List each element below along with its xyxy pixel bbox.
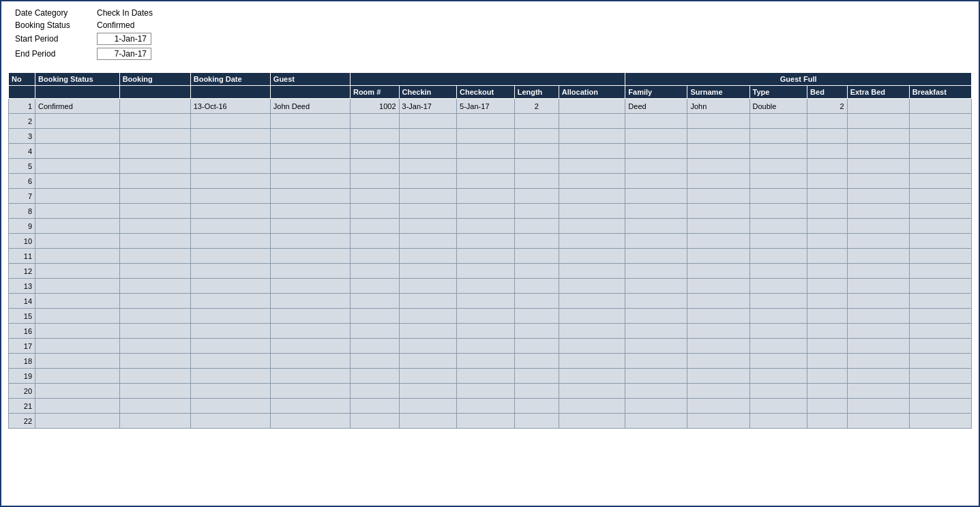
cell-surname xyxy=(687,399,749,414)
cell-type xyxy=(749,159,807,174)
cell-family xyxy=(625,114,687,129)
cell-family xyxy=(625,249,687,264)
cell-family xyxy=(625,279,687,294)
table-row: 10 xyxy=(9,234,972,249)
cell-no: 5 xyxy=(9,159,35,174)
table-row: 3 xyxy=(9,129,972,144)
cell-booking-date xyxy=(190,294,270,309)
start-period-value[interactable]: 1-Jan-17 xyxy=(97,33,151,45)
table-row: 7 xyxy=(9,189,972,204)
cell-breakfast xyxy=(909,354,971,369)
cell-checkout xyxy=(457,204,515,219)
cell-guest xyxy=(270,144,350,159)
cell-booking xyxy=(119,204,190,219)
cell-surname xyxy=(687,264,749,279)
cell-booking-status xyxy=(35,279,120,294)
cell-surname xyxy=(687,384,749,399)
cell-breakfast xyxy=(909,99,971,114)
cell-checkout xyxy=(457,264,515,279)
cell-surname xyxy=(687,324,749,339)
cell-booking-date xyxy=(190,204,270,219)
cell-bed xyxy=(807,279,848,294)
cell-booking-date xyxy=(190,354,270,369)
cell-bed xyxy=(807,189,848,204)
cell-booking-status xyxy=(35,234,120,249)
cell-extrabed xyxy=(847,399,909,414)
cell-checkin xyxy=(399,219,457,234)
cell-booking xyxy=(119,354,190,369)
cell-room xyxy=(350,264,399,279)
cell-booking xyxy=(119,174,190,189)
cell-booking xyxy=(119,189,190,204)
cell-type xyxy=(749,189,807,204)
cell-bed xyxy=(807,219,848,234)
cell-booking-status xyxy=(35,324,120,339)
cell-no: 14 xyxy=(9,294,35,309)
end-period-value[interactable]: 7-Jan-17 xyxy=(97,48,151,60)
cell-checkin xyxy=(399,144,457,159)
cell-allocation xyxy=(559,234,625,249)
cell-checkin: 3-Jan-17 xyxy=(399,99,457,114)
cell-checkin xyxy=(399,264,457,279)
table-row: 17 xyxy=(9,339,972,354)
cell-checkin xyxy=(399,369,457,384)
cell-booking-date xyxy=(190,114,270,129)
cell-room xyxy=(350,129,399,144)
cell-bed xyxy=(807,369,848,384)
cell-extrabed xyxy=(847,204,909,219)
booking-status-row: Booking Status Confirmed xyxy=(15,20,972,30)
cell-length xyxy=(514,324,559,339)
cell-guest xyxy=(270,309,350,324)
cell-checkin xyxy=(399,354,457,369)
cell-family xyxy=(625,414,687,429)
cell-bed xyxy=(807,144,848,159)
cell-room xyxy=(350,414,399,429)
cell-checkout xyxy=(457,354,515,369)
cell-booking-date xyxy=(190,399,270,414)
cell-length xyxy=(514,204,559,219)
cell-no: 21 xyxy=(9,399,35,414)
cell-checkin xyxy=(399,174,457,189)
cell-checkin xyxy=(399,234,457,249)
cell-bed xyxy=(807,159,848,174)
col-subheader-bed: Bed xyxy=(807,86,848,99)
cell-type xyxy=(749,324,807,339)
table-row: 11 xyxy=(9,249,972,264)
cell-family xyxy=(625,129,687,144)
col-subheader-type: Type xyxy=(749,86,807,99)
cell-guest xyxy=(270,399,350,414)
cell-booking-status xyxy=(35,309,120,324)
cell-type xyxy=(749,279,807,294)
cell-booking-date xyxy=(190,189,270,204)
cell-booking-date xyxy=(190,369,270,384)
cell-no: 10 xyxy=(9,234,35,249)
cell-booking-status xyxy=(35,399,120,414)
cell-allocation xyxy=(559,249,625,264)
cell-no: 19 xyxy=(9,369,35,384)
cell-extrabed xyxy=(847,279,909,294)
cell-booking xyxy=(119,219,190,234)
cell-booking-date xyxy=(190,414,270,429)
cell-surname xyxy=(687,174,749,189)
table-row: 14 xyxy=(9,294,972,309)
cell-booking-date: 13-Oct-16 xyxy=(190,99,270,114)
cell-no: 20 xyxy=(9,384,35,399)
cell-no: 8 xyxy=(9,204,35,219)
cell-length xyxy=(514,234,559,249)
cell-extrabed xyxy=(847,339,909,354)
cell-booking-status xyxy=(35,144,120,159)
cell-booking-date xyxy=(190,339,270,354)
start-period-label: Start Period xyxy=(15,34,97,44)
cell-family xyxy=(625,234,687,249)
cell-booking xyxy=(119,129,190,144)
cell-family xyxy=(625,324,687,339)
cell-booking xyxy=(119,294,190,309)
cell-booking-status xyxy=(35,189,120,204)
cell-booking xyxy=(119,279,190,294)
cell-guest xyxy=(270,384,350,399)
cell-booking-date xyxy=(190,159,270,174)
col-header-empty xyxy=(350,73,625,86)
table-row: 20 xyxy=(9,384,972,399)
cell-booking xyxy=(119,339,190,354)
cell-no: 6 xyxy=(9,174,35,189)
